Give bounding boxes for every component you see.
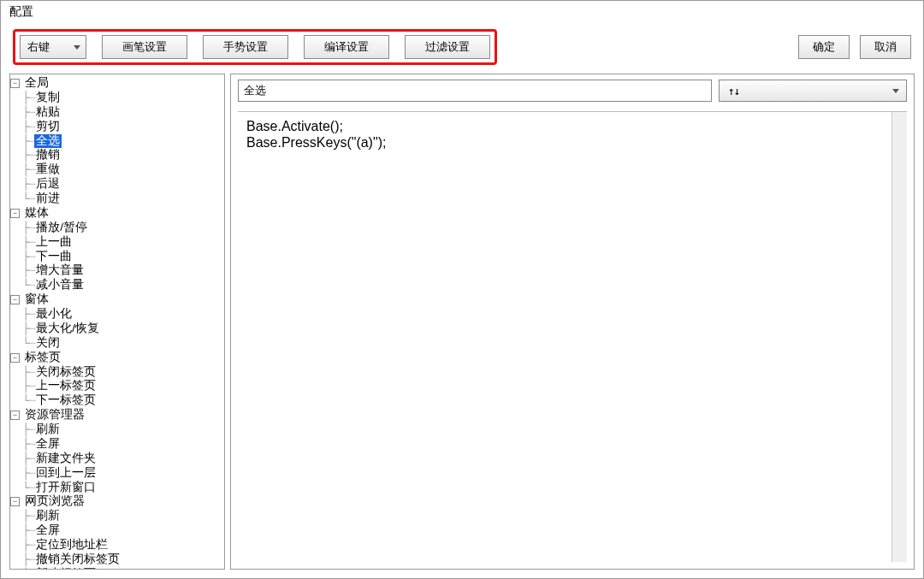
tree-label[interactable]: 增大音量 (34, 263, 86, 278)
tree-item[interactable]: ├┈撤销关闭标签页 (10, 552, 224, 567)
tree-toggle-icon[interactable]: − (10, 497, 20, 506)
tree-label[interactable]: 最大化/恢复 (34, 322, 101, 336)
dialog-buttons: 确定 取消 (798, 35, 911, 59)
tree-label[interactable]: 全局 (23, 76, 50, 91)
tree-item[interactable]: ├┈复制 (10, 91, 224, 105)
tree-group[interactable]: −网页浏览器 (10, 494, 224, 509)
tree-item[interactable]: ├┈上一曲 (10, 235, 224, 250)
tree-toggle-icon[interactable]: − (10, 353, 20, 363)
action-name-input[interactable] (238, 80, 712, 102)
tree-label[interactable]: 后退 (34, 177, 62, 192)
tree-group[interactable]: −媒体 (10, 206, 224, 221)
tree-toggle-icon[interactable]: − (10, 411, 20, 420)
tree-item[interactable]: └┈打开新窗口 (10, 481, 224, 495)
tree-item[interactable]: ├┈定位到地址栏 (10, 538, 224, 552)
highlighted-toolbar-group: 右键 画笔设置 手势设置 编译设置 过滤设置 (13, 29, 497, 65)
cancel-button[interactable]: 取消 (860, 35, 911, 59)
ok-button[interactable]: 确定 (798, 35, 850, 59)
config-window: 配置 右键 画笔设置 手势设置 编译设置 过滤设置 确定 取消 −全局├┈复制├… (0, 0, 924, 579)
tree-item[interactable]: ├┈上一标签页 (10, 379, 224, 393)
tree-label[interactable]: 下一曲 (34, 250, 74, 264)
tree-item[interactable]: ├┈全选 (10, 134, 224, 149)
tree-group[interactable]: −标签页 (10, 351, 224, 365)
tree-label[interactable]: 资源管理器 (23, 408, 86, 422)
tree-label[interactable]: 新建标签页 (34, 567, 98, 569)
tree-item[interactable]: ├┈粘贴 (10, 105, 224, 120)
tree-label[interactable]: 上一曲 (34, 235, 74, 250)
tree-label[interactable]: 播放/暂停 (34, 221, 89, 235)
tree-label[interactable]: 粘贴 (34, 105, 62, 120)
tree-item[interactable]: ├┈刷新 (10, 422, 224, 437)
tree-item[interactable]: ├┈重做 (10, 162, 224, 177)
tree-item[interactable]: ├┈后退 (10, 177, 224, 192)
tree-item[interactable]: ├┈最小化 (10, 307, 224, 322)
tree-item[interactable]: ├┈刷新 (10, 509, 224, 523)
tree-label[interactable]: 剪切 (34, 120, 62, 134)
tree-item[interactable]: └┈减小音量 (10, 278, 224, 292)
tree-label[interactable]: 减小音量 (34, 278, 86, 292)
tree-group[interactable]: −资源管理器 (10, 408, 224, 422)
tree-item[interactable]: ├┈关闭标签页 (10, 365, 224, 380)
mouse-button-label: 右键 (27, 39, 50, 55)
tree-item[interactable]: ├┈剪切 (10, 120, 224, 134)
filter-settings-button[interactable]: 过滤设置 (405, 35, 490, 59)
gesture-settings-button[interactable]: 手势设置 (203, 35, 288, 59)
tree-group[interactable]: −窗体 (10, 292, 224, 307)
tree-item[interactable]: ├┈全屏 (10, 523, 224, 538)
tree-group[interactable]: −全局 (10, 76, 224, 91)
tree-item[interactable]: ├┈新建文件夹 (10, 452, 224, 466)
tree-label[interactable]: 下一标签页 (34, 393, 98, 408)
tree-label[interactable]: 刷新 (34, 509, 62, 523)
action-tree-panel: −全局├┈复制├┈粘贴├┈剪切├┈全选├┈撤销├┈重做├┈后退└┈前进−媒体├┈… (9, 74, 225, 570)
chevron-down-icon (74, 45, 80, 50)
tree-toggle-icon[interactable]: − (10, 209, 20, 218)
compile-settings-button[interactable]: 编译设置 (304, 35, 389, 59)
tree-item[interactable]: ├┈增大音量 (10, 263, 224, 278)
tree-item[interactable]: └┈下一标签页 (10, 393, 224, 408)
tree-label[interactable]: 全屏 (34, 523, 62, 538)
tree-scroll[interactable]: −全局├┈复制├┈粘贴├┈剪切├┈全选├┈撤销├┈重做├┈后退└┈前进−媒体├┈… (10, 74, 224, 569)
toolbar: 右键 画笔设置 手势设置 编译设置 过滤设置 确定 取消 (1, 24, 923, 74)
sort-icon: ↑↓ (728, 85, 740, 97)
tree-toggle-icon[interactable]: − (10, 295, 20, 304)
mouse-button-select[interactable]: 右键 (20, 35, 86, 59)
tree-label[interactable]: 撤销 (34, 148, 62, 162)
sort-select[interactable]: ↑↓ (719, 80, 907, 102)
tree-label[interactable]: 定位到地址栏 (34, 538, 110, 552)
editor-scrollbar[interactable] (891, 112, 907, 562)
tree-label[interactable]: 刷新 (34, 422, 62, 437)
tree-item[interactable]: ├┈最大化/恢复 (10, 322, 224, 336)
tree-label[interactable]: 新建文件夹 (34, 452, 98, 466)
tree-label[interactable]: 撤销关闭标签页 (34, 552, 121, 567)
tree-label[interactable]: 重做 (34, 162, 62, 177)
tree-label[interactable]: 上一标签页 (34, 379, 98, 393)
tree-label[interactable]: 复制 (34, 91, 62, 105)
tree-item[interactable]: ├┈回到上一层 (10, 466, 224, 481)
tree-item[interactable]: ├┈全屏 (10, 437, 224, 452)
tree-label[interactable]: 关闭 (34, 336, 62, 351)
tree-label[interactable]: 全选 (34, 134, 62, 149)
window-title: 配置 (1, 1, 923, 24)
tree-label[interactable]: 打开新窗口 (34, 481, 98, 495)
tree-label[interactable]: 媒体 (23, 206, 50, 221)
tree-label[interactable]: 窗体 (23, 292, 50, 307)
tree-item[interactable]: ├┈下一曲 (10, 250, 224, 264)
tree-item[interactable]: └┈关闭 (10, 336, 224, 351)
tree-label[interactable]: 网页浏览器 (23, 494, 86, 509)
tree-toggle-icon[interactable]: − (10, 79, 20, 88)
brush-settings-button[interactable]: 画笔设置 (102, 35, 187, 59)
tree-label[interactable]: 回到上一层 (34, 466, 98, 481)
tree-label[interactable]: 前进 (34, 192, 62, 206)
body: −全局├┈复制├┈粘贴├┈剪切├┈全选├┈撤销├┈重做├┈后退└┈前进−媒体├┈… (1, 74, 923, 578)
tree-label[interactable]: 全屏 (34, 437, 62, 452)
tree-label[interactable]: 最小化 (34, 307, 74, 322)
chevron-down-icon (892, 89, 899, 93)
script-editor[interactable]: Base.Activate(); Base.PressKeys("(a)"); (238, 111, 907, 562)
tree-label[interactable]: 标签页 (23, 351, 62, 365)
tree-item[interactable]: └┈新建标签页 (10, 567, 224, 569)
tree-item[interactable]: ├┈撤销 (10, 148, 224, 162)
tree-item[interactable]: └┈前进 (10, 192, 224, 206)
tree-label[interactable]: 关闭标签页 (34, 365, 98, 380)
tree-item[interactable]: ├┈播放/暂停 (10, 221, 224, 235)
script-code: Base.Activate(); Base.PressKeys("(a)"); (246, 119, 386, 150)
